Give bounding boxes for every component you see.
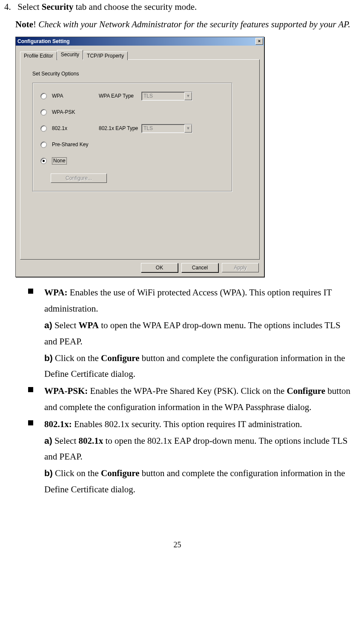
tab-strip: Profile Editor Security TCP/IP Property (20, 50, 260, 59)
chevron-down-icon: ▼ (184, 92, 192, 100)
bullet-wpa: WPA: Enables the use of WiFi protected A… (28, 285, 355, 382)
wpa-sub-a-bold: WPA (79, 320, 99, 330)
dialog-footer: OK Cancel Apply (16, 263, 264, 277)
wpapsk-bold: Configure (287, 386, 325, 396)
tab-tcpip[interactable]: TCP/IP Property (83, 52, 128, 60)
config-dialog: Configuration Setting × Profile Editor S… (15, 37, 264, 277)
configure-button[interactable]: Configure... (51, 173, 107, 183)
apply-button[interactable]: Apply (222, 263, 259, 272)
dot1x-eap-value: TLS (143, 125, 153, 131)
wpa-sub-b-1: Click on the (53, 353, 101, 363)
dot1x-sub-a-bold: 802.1x (79, 436, 103, 446)
dot1x-sub-b-1: Click on the (53, 468, 101, 478)
dot1x-sub-a-prefix: a) (44, 436, 52, 445)
wpa-sub-a-1: Select (52, 320, 79, 330)
dot1x-sub-a-1: Select (52, 436, 79, 446)
wpa-eap-label: WPA EAP Type (99, 93, 141, 99)
radio-wpa-psk[interactable] (40, 109, 47, 116)
note-line: Note! Check with your Network Administra… (15, 17, 355, 33)
radio-psk-label: Pre-Shared Key (52, 142, 99, 147)
title-bar: Configuration Setting × (16, 37, 264, 46)
window-title: Configuration Setting (17, 37, 70, 46)
close-icon[interactable]: × (255, 38, 263, 45)
dot1x-text: Enables 802.1x security. This option req… (72, 419, 302, 429)
dot1x-eap-combo[interactable]: TLS ▼ (141, 124, 192, 133)
wpa-text: Enables the use of WiFi protected Access… (44, 287, 332, 314)
radio-wpa-label: WPA (52, 93, 99, 99)
step-heading: 4. Select Security tab and choose the se… (4, 0, 355, 14)
radio-psk[interactable] (40, 142, 47, 148)
square-bullet-icon (28, 289, 33, 294)
tab-panel-security: Set Security Options WPA WPA EAP Type TL… (20, 59, 260, 260)
wpa-head: WPA: (44, 287, 67, 298)
page-number: 25 (0, 541, 355, 549)
square-bullet-icon (28, 420, 33, 425)
bullet-wpa-psk: WPA-PSK: Enables the WPA-Pre Shared Key … (28, 383, 355, 416)
square-bullet-icon (28, 387, 33, 392)
security-options-label: Set Security Options (32, 71, 251, 77)
radio-none-label: None (52, 158, 99, 164)
wpa-sub-b-prefix: b) (44, 353, 53, 363)
tab-profile-editor[interactable]: Profile Editor (20, 52, 57, 60)
wpa-eap-value: TLS (143, 93, 153, 99)
radio-8021x[interactable] (40, 125, 47, 132)
radio-wpa[interactable] (40, 93, 47, 99)
cancel-button[interactable]: Cancel (181, 263, 218, 272)
step-text-c: tab and choose the security mode. (73, 2, 197, 12)
chevron-down-icon: ▼ (184, 124, 192, 133)
wpa-sub-b-bold: Configure (101, 353, 140, 363)
dot1x-eap-label: 802.1x EAP Type (99, 125, 141, 131)
step-text-a: Select (17, 2, 42, 12)
wpapsk-t1: Enables the WPA-Pre Shared Key (PSK). Cl… (88, 386, 287, 396)
radio-8021x-label: 802.1x (52, 125, 99, 131)
ok-button[interactable]: OK (141, 263, 178, 272)
tab-security[interactable]: Security (57, 50, 83, 60)
wpapsk-head: WPA-PSK: (44, 386, 88, 396)
note-label: Note (15, 19, 33, 29)
step-text-bold: Security (42, 2, 74, 12)
step-number: 4. (4, 0, 15, 14)
security-options-group: WPA WPA EAP Type TLS ▼ WPA-PSK 802.1x (32, 83, 232, 192)
wpa-eap-combo[interactable]: TLS ▼ (141, 92, 192, 101)
dot1x-sub-b-prefix: b) (44, 468, 53, 478)
dot1x-head: 802.1x: (44, 419, 72, 429)
wpa-sub-a-prefix: a) (44, 320, 52, 330)
bullet-8021x: 802.1x: Enables 802.1x security. This op… (28, 416, 355, 498)
dot1x-sub-b-bold: Configure (101, 468, 140, 478)
radio-wpa-psk-label: WPA-PSK (52, 109, 99, 115)
radio-none[interactable] (40, 158, 47, 164)
note-text: Check with your Network Administrator fo… (38, 19, 350, 29)
note-bang: ! (33, 19, 38, 29)
